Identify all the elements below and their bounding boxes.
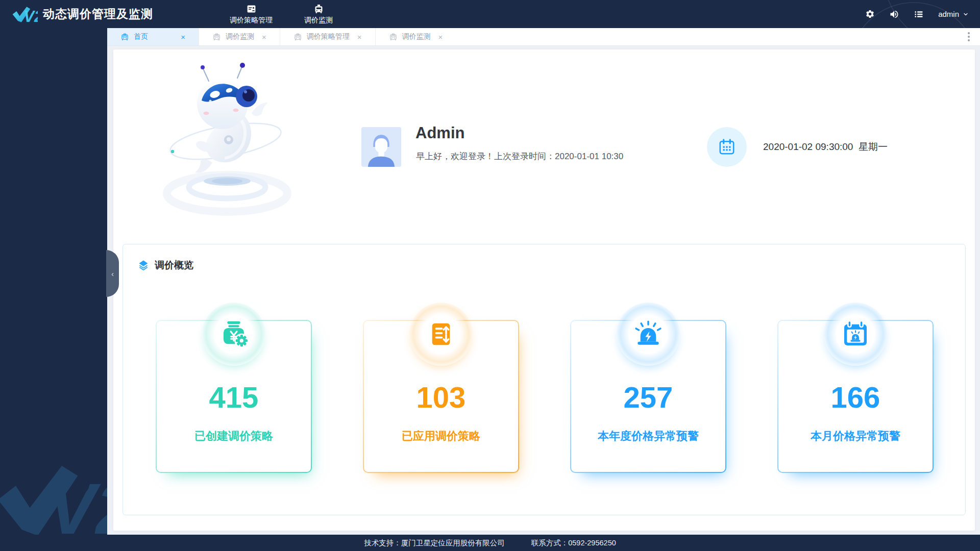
chevron-left-icon: ‹ xyxy=(111,269,114,278)
footer-bar: 技术支持：厦门卫星定位应用股份有限公司 联系方式：0592-2956250 xyxy=(0,535,980,551)
overview-header: 调价概览 xyxy=(137,259,193,272)
stat-label: 已应用调价策略 xyxy=(364,429,518,444)
top-header: V2 动态调价管理及监测 调价策略管理 xyxy=(0,0,980,28)
taxi-icon xyxy=(313,4,324,14)
menu-list-icon[interactable] xyxy=(914,9,924,19)
sidebar: V2 xyxy=(0,28,107,535)
stat-value: 257 xyxy=(571,380,725,414)
user-menu[interactable]: admin xyxy=(938,10,969,18)
taxi-icon xyxy=(120,33,129,41)
tab-monitor-1[interactable]: 调价监测 × xyxy=(199,28,280,45)
avatar xyxy=(361,127,401,167)
stat-card-applied-strategies: 103 已应用调价策略 xyxy=(363,320,519,473)
stat-card-year-alerts: 257 本年度价格异常预警 xyxy=(570,320,726,473)
welcome-greeting: 早上好，欢迎登录！上次登录时间：2020-01-01 10:30 xyxy=(416,151,623,162)
close-icon[interactable]: × xyxy=(357,33,362,41)
date-widget: 2020-01-02 09:30:00 星期一 xyxy=(707,127,888,167)
tab-options-kebab-icon[interactable] xyxy=(958,28,980,45)
calendar-icon xyxy=(707,127,747,167)
layers-icon xyxy=(137,259,150,271)
robot-mascot-illustration xyxy=(153,60,301,223)
taxi-icon xyxy=(212,33,221,41)
settings-icon[interactable] xyxy=(865,9,875,19)
svg-text:V2: V2 xyxy=(48,468,107,535)
volume-icon[interactable] xyxy=(889,9,899,19)
stat-label: 本年度价格异常预警 xyxy=(571,429,725,444)
strategy-card-icon xyxy=(246,4,257,14)
calendar-alert-icon xyxy=(824,303,887,366)
overview-panel: 调价概览 xyxy=(122,244,966,515)
header-actions: admin xyxy=(865,9,969,19)
overview-title: 调价概览 xyxy=(155,259,193,272)
stat-value: 166 xyxy=(778,380,933,414)
tab-label: 调价策略管理 xyxy=(307,32,350,41)
app-title: 动态调价管理及监测 xyxy=(43,6,153,22)
stat-cards-row: 415 已创建调价策略 xyxy=(156,320,934,473)
tab-label: 首页 xyxy=(134,32,148,41)
sidebar-collapse-handle[interactable]: ‹ xyxy=(106,250,119,297)
taxi-icon xyxy=(389,33,398,41)
tab-label: 调价监测 xyxy=(402,32,431,41)
welcome-username: Admin xyxy=(415,124,464,142)
nav-item-monitor[interactable]: 调价监测 xyxy=(304,4,333,25)
doc-arrows-icon xyxy=(409,303,473,366)
v2-watermark: V2 xyxy=(0,458,107,535)
tab-strategy[interactable]: 调价策略管理 × xyxy=(280,28,376,45)
nav-item-strategy[interactable]: 调价策略管理 xyxy=(230,4,273,25)
close-icon[interactable]: × xyxy=(438,33,443,41)
stat-label: 本月价格异常预警 xyxy=(778,429,933,444)
app-window: V2 动态调价管理及监测 调价策略管理 xyxy=(0,0,980,551)
footer-support-text: 技术支持：厦门卫星定位应用股份有限公司 xyxy=(364,538,505,548)
stat-value: 103 xyxy=(364,380,518,414)
taxi-icon xyxy=(293,33,302,41)
close-icon[interactable]: × xyxy=(181,33,185,41)
main-panel: Admin 早上好，欢迎登录！上次登录时间：2020-01-01 10:30 2… xyxy=(113,49,975,531)
money-gear-icon xyxy=(202,303,265,366)
user-name: admin xyxy=(938,10,959,18)
stat-card-created-strategies: 415 已创建调价策略 xyxy=(156,320,312,473)
stat-card-month-alerts: 166 本月价格异常预警 xyxy=(777,320,934,473)
current-datetime: 2020-01-02 09:30:00 星期一 xyxy=(763,140,888,154)
tab-bar: 首页 × 调价监测 × 调价策略管理 × 调价监测 × xyxy=(107,28,980,46)
tab-label: 调价监测 xyxy=(226,32,254,41)
footer-contact-text: 联系方式：0592-2956250 xyxy=(531,538,616,548)
tab-monitor-2[interactable]: 调价监测 × xyxy=(376,28,456,45)
siren-icon xyxy=(617,303,680,366)
chevron-down-icon xyxy=(963,11,969,17)
close-icon[interactable]: × xyxy=(262,33,266,41)
main-nav: 调价策略管理 调价监测 xyxy=(230,4,333,25)
stat-value: 415 xyxy=(157,380,311,414)
stat-label: 已创建调价策略 xyxy=(157,429,311,444)
brand: V2 动态调价管理及监测 xyxy=(11,5,153,23)
nav-item-label: 调价监测 xyxy=(304,16,333,25)
tab-home[interactable]: 首页 × xyxy=(107,28,199,45)
v2-logo-icon: V2 xyxy=(11,5,38,23)
nav-item-label: 调价策略管理 xyxy=(230,16,273,25)
